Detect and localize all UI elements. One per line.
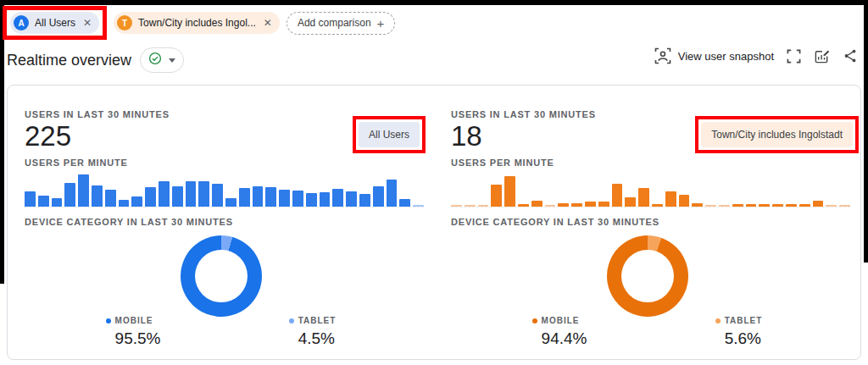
minute-bar bbox=[105, 190, 116, 207]
donut-hole bbox=[195, 250, 248, 302]
minute-bar bbox=[451, 205, 462, 207]
minute-bar bbox=[625, 197, 636, 207]
minute-bar bbox=[558, 203, 569, 207]
users-per-minute-label: USERS PER MINUTE bbox=[25, 158, 128, 168]
minute-bar bbox=[64, 183, 75, 207]
minute-bar bbox=[826, 205, 837, 207]
minute-bar bbox=[705, 205, 716, 207]
check-circle-icon bbox=[148, 52, 162, 69]
close-icon[interactable]: ✕ bbox=[81, 17, 92, 29]
minute-bar bbox=[145, 187, 156, 207]
annotation-box-all-users-segment: All Users bbox=[353, 116, 426, 153]
annotation-box-all-users-chip: A All Users ✕ bbox=[3, 6, 107, 40]
device-category-label: DEVICE CATEGORY IN LAST 30 MINUTES bbox=[25, 217, 233, 227]
segment-chip-town-city[interactable]: Town/City includes Ingolstadt bbox=[701, 122, 853, 147]
users-last-30-label: USERS IN LAST 30 MINUTES bbox=[25, 109, 170, 119]
comparison-chip-label: Town/City includes Ingol... bbox=[138, 17, 256, 29]
minute-bar bbox=[413, 205, 424, 207]
mobile-percentage: 94.4% bbox=[542, 329, 587, 348]
minute-bar bbox=[186, 181, 197, 207]
minute-bar bbox=[279, 190, 290, 207]
page-title: Realtime overview bbox=[7, 52, 131, 69]
minute-bar bbox=[212, 184, 223, 207]
minute-bar bbox=[387, 180, 398, 207]
mobile-dot-icon bbox=[106, 318, 111, 324]
minute-bar bbox=[52, 198, 63, 207]
close-icon[interactable]: ✕ bbox=[262, 17, 272, 29]
mobile-percentage: 95.5% bbox=[115, 329, 161, 348]
customize-report-button[interactable] bbox=[814, 48, 830, 64]
minute-bar bbox=[585, 202, 596, 207]
minute-bar bbox=[598, 202, 609, 207]
minute-bar bbox=[198, 181, 209, 207]
minute-bar bbox=[399, 199, 410, 207]
minute-bar bbox=[491, 185, 502, 207]
comparison-chip-all-users[interactable]: A All Users ✕ bbox=[10, 12, 99, 34]
minute-bar bbox=[719, 205, 730, 207]
minute-bar bbox=[839, 205, 850, 207]
share-button[interactable] bbox=[843, 48, 858, 64]
minute-bar bbox=[518, 204, 529, 207]
minute-bar bbox=[172, 186, 183, 207]
donut-hole bbox=[621, 250, 674, 302]
tablet-percentage: 5.6% bbox=[725, 329, 763, 348]
tablet-percentage: 4.5% bbox=[298, 329, 337, 348]
realtime-overview-card: USERS IN LAST 30 MINUTES 225 All Users U… bbox=[7, 85, 861, 360]
comparison-badge-t: T bbox=[117, 15, 132, 30]
comparison-chip-town-city[interactable]: T Town/City includes Ingol... ✕ bbox=[114, 12, 280, 34]
comparison-chip-label: All Users bbox=[35, 17, 75, 29]
caret-down-icon bbox=[169, 58, 175, 63]
users-per-minute-chart-all-users bbox=[25, 172, 424, 207]
add-comparison-button[interactable]: Add comparison + bbox=[287, 12, 395, 35]
minute-bar bbox=[679, 195, 690, 207]
minute-bar bbox=[332, 189, 343, 207]
users-last-30-value: 18 bbox=[451, 120, 482, 152]
toolbar: View user snapshot bbox=[654, 47, 858, 64]
title-row: Realtime overview bbox=[7, 47, 184, 73]
legend-item-tablet: TABLET 4.5% bbox=[289, 316, 337, 348]
legend-item-mobile: MOBILE 94.4% bbox=[532, 316, 587, 348]
minute-bar bbox=[292, 191, 303, 207]
segment-chip-all-users[interactable]: All Users bbox=[359, 122, 420, 147]
view-user-snapshot-button[interactable]: View user snapshot bbox=[654, 47, 774, 64]
tablet-dot-icon bbox=[715, 318, 721, 324]
minute-bar bbox=[359, 194, 370, 207]
share-icon bbox=[843, 48, 858, 64]
minute-bar bbox=[25, 191, 36, 207]
comparison-badge-a: A bbox=[14, 15, 29, 30]
minute-bar bbox=[692, 203, 703, 207]
minute-bar bbox=[119, 200, 130, 207]
legend-item-mobile: MOBILE 95.5% bbox=[106, 316, 161, 348]
minute-bar bbox=[306, 193, 317, 207]
minute-bar bbox=[759, 204, 770, 207]
screenshot-frame-left bbox=[0, 0, 4, 284]
device-legend: MOBILE 94.4% TABLET 5.6% bbox=[434, 316, 860, 348]
minute-bar bbox=[612, 184, 623, 207]
mobile-dot-icon bbox=[532, 318, 537, 324]
minute-bar bbox=[159, 181, 170, 207]
users-last-30-label: USERS IN LAST 30 MINUTES bbox=[451, 109, 596, 119]
annotation-box-town-city-segment: Town/City includes Ingolstadt bbox=[695, 116, 859, 153]
minute-bar bbox=[786, 204, 797, 207]
minute-bar bbox=[320, 192, 331, 207]
device-category-label: DEVICE CATEGORY IN LAST 30 MINUTES bbox=[451, 217, 659, 227]
minute-bar bbox=[571, 203, 582, 207]
minute-bar bbox=[265, 187, 276, 207]
view-user-snapshot-label: View user snapshot bbox=[678, 50, 774, 63]
minute-bar bbox=[78, 174, 89, 207]
screenshot-frame-top bbox=[0, 0, 868, 5]
minute-bar bbox=[373, 186, 384, 207]
device-category-donut-town-city bbox=[607, 235, 688, 317]
minute-bar bbox=[239, 188, 250, 207]
minute-bar bbox=[545, 205, 556, 207]
minute-bar bbox=[465, 205, 476, 207]
users-per-minute-chart-town-city bbox=[451, 172, 850, 207]
fullscreen-icon bbox=[787, 49, 801, 64]
minute-bar bbox=[813, 201, 824, 207]
minute-bar bbox=[131, 196, 142, 207]
minute-bar bbox=[478, 205, 489, 207]
tablet-dot-icon bbox=[289, 318, 294, 324]
data-quality-dropdown[interactable] bbox=[140, 47, 184, 73]
fullscreen-button[interactable] bbox=[787, 49, 801, 64]
minute-bar bbox=[746, 204, 757, 207]
